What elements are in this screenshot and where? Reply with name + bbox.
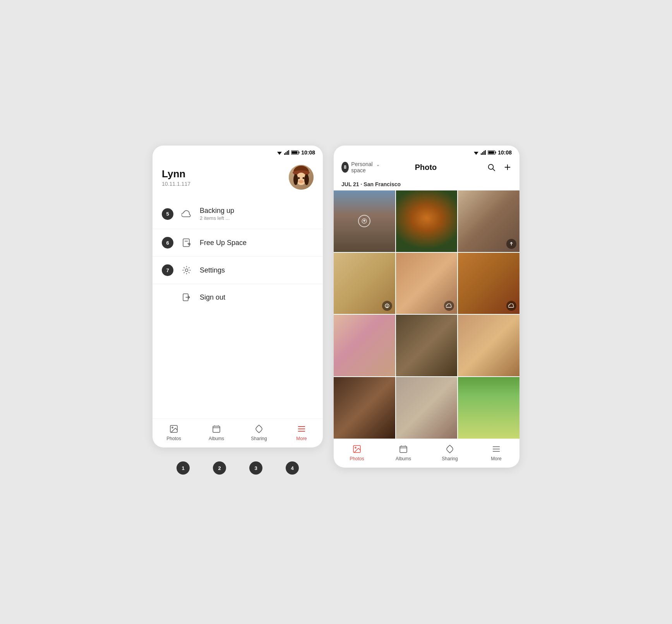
photo-cell-9[interactable]	[458, 315, 519, 376]
sharing-nav-icon	[254, 423, 264, 434]
left-nav-albums[interactable]: Albums	[195, 423, 238, 441]
upload-circle-icon	[358, 215, 370, 227]
svg-rect-5	[288, 150, 290, 155]
backup-title: Backing up	[200, 207, 234, 215]
svg-point-44	[387, 307, 387, 308]
status-icons: 10:08	[276, 149, 315, 156]
search-icon[interactable]	[487, 163, 495, 171]
date-label: JUL 21 · San Francisco	[334, 179, 519, 190]
right-nav-photos-label: Photos	[350, 456, 364, 461]
profile-section: Lynn 10.11.1.117	[153, 158, 323, 199]
right-nav-more-label: More	[491, 456, 501, 461]
bottom-indicators: 1 2 3 4	[177, 454, 299, 478]
svg-rect-23	[213, 426, 220, 432]
svg-rect-4	[287, 151, 288, 155]
right-nav-albums[interactable]: Albums	[380, 444, 427, 461]
photo-cell-11[interactable]	[396, 377, 458, 439]
upload-arrow-icon	[506, 239, 516, 249]
right-albums-nav-icon	[398, 444, 409, 454]
badge-5: 5	[162, 208, 173, 220]
left-nav-sharing[interactable]: Sharing	[238, 423, 280, 441]
battery-icon	[291, 150, 300, 155]
photo-header-left: 8 Personal space ˅	[341, 161, 365, 173]
svg-rect-30	[483, 151, 485, 155]
signal-icon	[284, 150, 290, 155]
svg-point-12	[293, 174, 298, 185]
svg-rect-17	[183, 239, 189, 247]
right-status-icons: 10:08	[473, 149, 512, 156]
menu-item-backup[interactable]: 5 Backing up 2 items left ...	[153, 199, 323, 229]
left-nav-photos[interactable]: Photos	[153, 423, 195, 441]
photo-badge-8: 8	[341, 162, 349, 173]
left-nav-more-label: More	[296, 436, 307, 441]
right-nav-albums-label: Albums	[396, 456, 411, 461]
svg-rect-34	[489, 151, 494, 154]
photo-cell-10[interactable]	[334, 377, 395, 439]
app-wrapper: 10:08 Lynn 10.11.1.117	[153, 146, 519, 478]
add-icon[interactable]	[503, 163, 512, 171]
svg-rect-28	[481, 153, 482, 155]
albums-nav-icon	[211, 423, 222, 434]
svg-point-19	[185, 269, 188, 272]
svg-line-36	[493, 169, 495, 171]
menu-item-freespace[interactable]: 6 Free Up Space	[153, 229, 323, 257]
left-phone: 10:08 Lynn 10.11.1.117	[153, 146, 323, 447]
photo-cell-6[interactable]	[458, 253, 519, 314]
avatar-image	[289, 165, 314, 190]
menu-item-signout[interactable]: Sign out	[153, 284, 323, 310]
photo-cell-7[interactable]	[334, 315, 395, 376]
indicator-3: 3	[249, 461, 262, 475]
right-phone: 10:08 8 Personal space ˅ P	[334, 146, 519, 468]
svg-rect-33	[495, 152, 496, 154]
indicator-4: 4	[286, 461, 299, 475]
indicator-2: 2	[213, 461, 226, 475]
photo-grid	[334, 190, 519, 439]
right-wifi-icon	[473, 150, 479, 155]
right-nav-more[interactable]: More	[473, 444, 519, 461]
photo-cell-3[interactable]	[458, 190, 519, 252]
menu-list: 5 Backing up 2 items left ...	[153, 199, 323, 418]
left-bottom-nav: Photos Albums	[153, 418, 323, 447]
right-photos-nav-icon	[351, 444, 362, 454]
photo-cell-4[interactable]	[334, 253, 395, 314]
right-time: 10:08	[498, 149, 512, 156]
backup-subtitle: 2 items left ...	[200, 215, 234, 221]
svg-rect-29	[482, 152, 483, 155]
photo-header-top: 8 Personal space ˅ Photo	[341, 161, 512, 173]
profile-info: Lynn 10.11.1.117	[162, 168, 190, 187]
svg-point-13	[304, 174, 309, 185]
svg-rect-7	[299, 152, 300, 154]
right-battery-icon	[488, 150, 496, 155]
left-nav-photos-label: Photos	[166, 436, 181, 441]
svg-rect-3	[286, 152, 287, 155]
left-time: 10:08	[301, 149, 315, 156]
svg-point-15	[298, 177, 300, 179]
right-nav-photos[interactable]: Photos	[334, 444, 380, 461]
wifi-icon	[276, 150, 283, 155]
right-nav-sharing[interactable]: Sharing	[427, 444, 473, 461]
photo-cell-12[interactable]	[458, 377, 519, 439]
right-more-nav-icon	[491, 444, 502, 454]
badge-6: 6	[162, 237, 173, 249]
svg-point-14	[298, 180, 304, 183]
settings-title: Settings	[200, 266, 225, 274]
warning-icon	[382, 301, 392, 311]
photo-cell-8[interactable]	[396, 315, 458, 376]
phones-row: 10:08 Lynn 10.11.1.117	[153, 146, 519, 478]
signout-icon	[181, 292, 192, 303]
freespace-title: Free Up Space	[200, 239, 247, 247]
left-status-bar: 10:08	[153, 146, 323, 158]
profile-ip: 10.11.1.117	[162, 181, 190, 187]
left-nav-albums-label: Albums	[209, 436, 224, 441]
photo-cell-1[interactable]	[334, 190, 395, 252]
right-nav-sharing-label: Sharing	[442, 456, 458, 461]
svg-rect-2	[284, 153, 285, 155]
svg-rect-8	[292, 151, 298, 154]
photo-cell-2[interactable]	[396, 190, 458, 252]
left-nav-more[interactable]: More	[280, 423, 323, 441]
cloud-icon	[181, 209, 192, 219]
photo-cell-5[interactable]	[396, 253, 458, 314]
menu-item-settings[interactable]: 7 Settings	[153, 257, 323, 284]
svg-point-46	[355, 447, 356, 448]
settings-content: Settings	[200, 266, 225, 274]
